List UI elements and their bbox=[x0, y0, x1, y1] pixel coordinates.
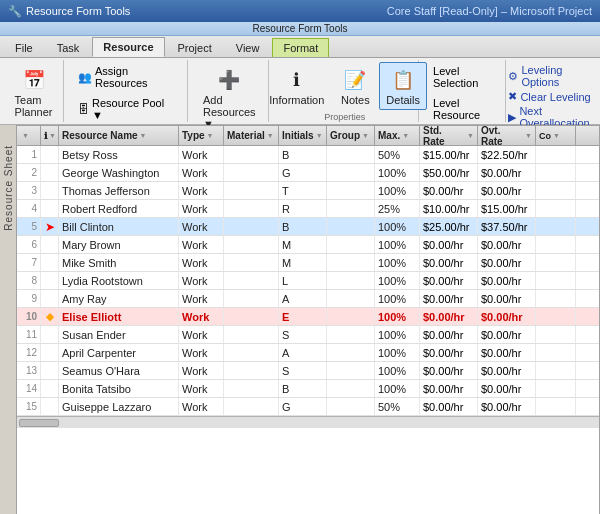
cell-material bbox=[224, 362, 279, 379]
cell-group bbox=[327, 146, 375, 163]
cell-max: 100% bbox=[375, 326, 420, 343]
tab-file[interactable]: File bbox=[4, 38, 44, 57]
col-header-type[interactable]: Type bbox=[179, 126, 224, 145]
tab-view[interactable]: View bbox=[225, 38, 271, 57]
team-planner-button[interactable]: 📅 TeamPlanner bbox=[8, 62, 60, 122]
assign-resources-button[interactable]: 👥 Assign Resources bbox=[72, 62, 181, 92]
col-header-max[interactable]: Max. bbox=[375, 126, 420, 145]
tab-task[interactable]: Task bbox=[46, 38, 91, 57]
view-buttons: 📅 TeamPlanner bbox=[8, 62, 60, 122]
cell-type: Work bbox=[179, 254, 224, 271]
notes-label: Notes bbox=[341, 94, 370, 106]
cell-type: Work bbox=[179, 308, 224, 325]
cell-name: Seamus O'Hara bbox=[59, 362, 179, 379]
cell-material bbox=[224, 308, 279, 325]
table-row[interactable]: 2 George Washington Work G 100% $50.00/h… bbox=[17, 164, 599, 182]
tab-project[interactable]: Project bbox=[167, 38, 223, 57]
col-header-icon[interactable]: ℹ bbox=[41, 126, 59, 145]
tab-resource[interactable]: Resource bbox=[92, 37, 164, 57]
table-row[interactable]: 14 Bonita Tatsibo Work B 100% $0.00/hr $… bbox=[17, 380, 599, 398]
cell-row-num: 14 bbox=[17, 380, 41, 397]
col-header-initials[interactable]: Initials bbox=[279, 126, 327, 145]
cell-std-rate: $15.00/hr bbox=[420, 146, 478, 163]
cell-type: Work bbox=[179, 272, 224, 289]
cell-row-indicator bbox=[41, 236, 59, 253]
row-arrow-indicator: ➤ bbox=[45, 220, 55, 234]
level-selection-button[interactable]: Level Selection bbox=[427, 62, 499, 92]
table-row[interactable]: 5 ➤ Bill Clinton Work B 100% $25.00/hr $… bbox=[17, 218, 599, 236]
table-row[interactable]: 15 Guiseppe Lazzaro Work G 50% $0.00/hr … bbox=[17, 398, 599, 416]
cell-max: 100% bbox=[375, 236, 420, 253]
col-header-num[interactable] bbox=[17, 126, 41, 145]
cell-row-indicator bbox=[41, 254, 59, 271]
cell-name: Bill Clinton bbox=[59, 218, 179, 235]
cell-group bbox=[327, 308, 375, 325]
next-overallocation-icon: ▶ bbox=[508, 111, 516, 124]
cell-type: Work bbox=[179, 344, 224, 361]
details-button[interactable]: 📋 Details bbox=[379, 62, 427, 110]
table-row[interactable]: 12 April Carpenter Work A 100% $0.00/hr … bbox=[17, 344, 599, 362]
insert-buttons: ➕ AddResources ▼ bbox=[196, 62, 263, 134]
cell-ovt-rate: $0.00/hr bbox=[478, 344, 536, 361]
table-row[interactable]: 10 ◆ Elise Elliott Work E 100% $0.00/hr … bbox=[17, 308, 599, 326]
right-options: ⚙ Leveling Options ✖ Clear Leveling ▶ Ne… bbox=[508, 60, 596, 122]
col-header-cost[interactable]: Co bbox=[536, 126, 576, 145]
cell-initials: M bbox=[279, 254, 327, 271]
cell-row-indicator bbox=[41, 398, 59, 415]
cell-std-rate: $0.00/hr bbox=[420, 398, 478, 415]
table-row[interactable]: 13 Seamus O'Hara Work S 100% $0.00/hr $0… bbox=[17, 362, 599, 380]
cell-type: Work bbox=[179, 290, 224, 307]
cell-max: 100% bbox=[375, 218, 420, 235]
scrollbar-thumb[interactable] bbox=[19, 419, 59, 427]
clear-leveling-button[interactable]: ✖ Clear Leveling bbox=[508, 90, 596, 103]
horizontal-scrollbar[interactable] bbox=[17, 416, 599, 428]
col-header-name[interactable]: Resource Name bbox=[59, 126, 179, 145]
ribbon-content: 📅 TeamPlanner View 👥 Assign Resources 🗄 … bbox=[0, 58, 600, 124]
table-row[interactable]: 9 Amy Ray Work A 100% $0.00/hr $0.00/hr bbox=[17, 290, 599, 308]
cell-std-rate: $0.00/hr bbox=[420, 182, 478, 199]
cell-row-indicator: ◆ bbox=[41, 308, 59, 325]
cell-row-indicator bbox=[41, 146, 59, 163]
col-header-ovt-rate[interactable]: Ovt. Rate bbox=[478, 126, 536, 145]
ribbon-top-label: Resource Form Tools bbox=[0, 22, 600, 36]
table-row[interactable]: 1 Betsy Ross Work B 50% $15.00/hr $22.50… bbox=[17, 146, 599, 164]
cell-group bbox=[327, 218, 375, 235]
cell-group bbox=[327, 164, 375, 181]
properties-group-label: Properties bbox=[324, 110, 365, 122]
cell-std-rate: $25.00/hr bbox=[420, 218, 478, 235]
cell-name: Susan Ender bbox=[59, 326, 179, 343]
cell-type: Work bbox=[179, 362, 224, 379]
cell-ovt-rate: $0.00/hr bbox=[478, 308, 536, 325]
cell-material bbox=[224, 182, 279, 199]
resource-grid[interactable]: ℹ Resource Name Type Material Initials G… bbox=[16, 125, 600, 514]
table-row[interactable]: 6 Mary Brown Work M 100% $0.00/hr $0.00/… bbox=[17, 236, 599, 254]
notes-button[interactable]: 📝 Notes bbox=[333, 62, 377, 110]
cell-type: Work bbox=[179, 218, 224, 235]
cell-type: Work bbox=[179, 236, 224, 253]
table-row[interactable]: 4 Robert Redford Work R 25% $10.00/hr $1… bbox=[17, 200, 599, 218]
cell-cost bbox=[536, 164, 576, 181]
col-header-group[interactable]: Group bbox=[327, 126, 375, 145]
cell-group bbox=[327, 182, 375, 199]
add-resources-button[interactable]: ➕ AddResources ▼ bbox=[196, 62, 263, 134]
leveling-options-button[interactable]: ⚙ Leveling Options bbox=[508, 64, 596, 88]
table-row[interactable]: 7 Mike Smith Work M 100% $0.00/hr $0.00/… bbox=[17, 254, 599, 272]
cell-name: Lydia Rootstown bbox=[59, 272, 179, 289]
information-button[interactable]: ℹ Information bbox=[262, 62, 331, 110]
cell-ovt-rate: $0.00/hr bbox=[478, 236, 536, 253]
tab-format[interactable]: Format bbox=[272, 38, 329, 57]
table-row[interactable]: 8 Lydia Rootstown Work L 100% $0.00/hr $… bbox=[17, 272, 599, 290]
details-icon: 📋 bbox=[389, 66, 417, 94]
level-resource-button[interactable]: Level Resource bbox=[427, 94, 499, 124]
table-row[interactable]: 11 Susan Ender Work S 100% $0.00/hr $0.0… bbox=[17, 326, 599, 344]
table-row[interactable]: 3 Thomas Jefferson Work T 100% $0.00/hr … bbox=[17, 182, 599, 200]
cell-material bbox=[224, 236, 279, 253]
cell-std-rate: $0.00/hr bbox=[420, 344, 478, 361]
cell-cost bbox=[536, 290, 576, 307]
cell-ovt-rate: $15.00/hr bbox=[478, 200, 536, 217]
col-header-std-rate[interactable]: Std. Rate bbox=[420, 126, 478, 145]
cell-name: Bonita Tatsibo bbox=[59, 380, 179, 397]
resource-pool-button[interactable]: 🗄 Resource Pool ▼ bbox=[72, 94, 181, 124]
col-header-material[interactable]: Material bbox=[224, 126, 279, 145]
cell-cost bbox=[536, 146, 576, 163]
